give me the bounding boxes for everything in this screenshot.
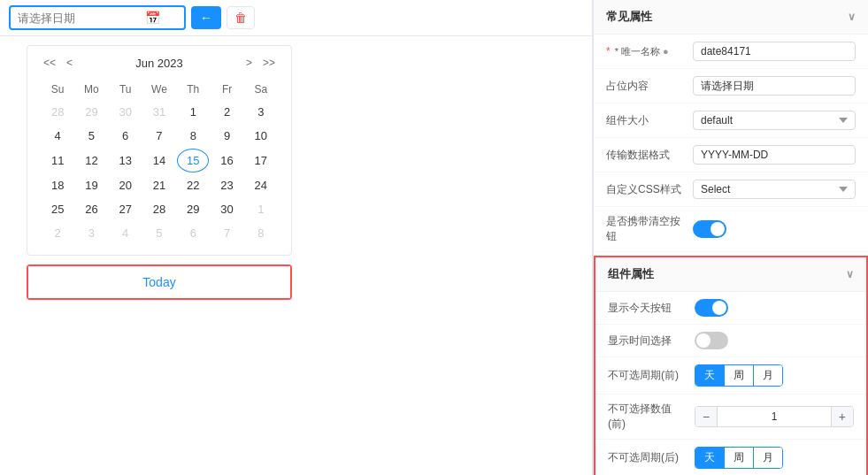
delete-button[interactable]: 🗑 [227,6,255,29]
disable-period-before-row: 不可选周期(前) 天 周 月 [595,357,866,395]
calendar-day[interactable]: 20 [110,174,142,196]
seg-month-after[interactable]: 月 [754,448,782,468]
calendar-body: 2829303112345678910111213141516171819202… [42,101,277,244]
show-today-slider [695,299,728,317]
prev-year-button[interactable]: << [40,55,59,71]
size-select[interactable]: default small large [693,111,856,130]
clear-btn-toggle[interactable] [693,220,726,238]
weekday-header: Mo [75,80,107,99]
calendar-day[interactable]: 22 [177,174,209,196]
component-props-header: 组件属性 ∨ [595,257,866,292]
calendar-container: << < Jun 2023 > >> SuMoTuWeThFrSa 282930… [27,45,292,256]
cal-nav-next: > >> [242,55,279,71]
calendar-week-row: 2345678 [42,222,277,244]
calendar-day[interactable]: 7 [211,222,242,244]
calendar-day[interactable]: 8 [245,222,277,244]
calendar-day[interactable]: 28 [143,198,175,220]
calendar-day[interactable]: 31 [143,101,175,123]
clear-btn-row: 是否携带清空按钮 [594,207,868,252]
calendar-day[interactable]: 13 [110,149,142,172]
today-button[interactable]: Today [28,266,290,298]
common-props-section-header: 常见属性 ∨ [594,0,868,34]
placeholder-input[interactable] [693,76,856,96]
stepper-minus-before[interactable]: − [695,407,718,426]
calendar-day[interactable]: 29 [75,101,107,123]
calendar-day[interactable]: 17 [245,149,277,172]
calendar-day[interactable]: 2 [42,222,73,244]
calendar-day[interactable]: 9 [211,125,242,147]
unique-name-input[interactable] [693,42,856,61]
weekday-header: Fr [211,80,242,99]
seg-week-after[interactable]: 周 [725,448,754,468]
calendar-day[interactable]: 28 [42,101,73,123]
show-time-toggle[interactable] [695,332,728,349]
next-month-button[interactable]: > [242,55,256,71]
calendar-day[interactable]: 5 [75,125,107,147]
seg-day-after[interactable]: 天 [695,448,725,468]
calendar-week-row: 45678910 [42,125,277,147]
calendar-day[interactable]: 23 [211,174,242,196]
calendar-day[interactable]: 6 [177,222,209,244]
calendar-day[interactable]: 4 [110,222,142,244]
calendar-day[interactable]: 6 [110,125,142,147]
calendar-day[interactable]: 29 [177,198,209,220]
date-input[interactable] [18,11,142,25]
prev-month-button[interactable]: < [63,55,76,71]
common-props-chevron: ∨ [848,11,856,23]
calendar-day[interactable]: 2 [211,101,242,123]
clear-btn-slider [693,220,726,238]
css-select[interactable]: Select [693,180,856,199]
stepper-plus-before[interactable]: + [831,407,853,426]
calendar-day[interactable]: 10 [245,125,277,147]
show-today-toggle[interactable] [695,299,728,317]
arrow-back-button[interactable]: ← [191,6,221,29]
disable-value-before-label: 不可选择数值(前) [608,402,687,432]
calendar-day[interactable]: 8 [177,125,209,147]
calendar-day[interactable]: 19 [75,174,107,196]
calendar-day[interactable]: 16 [211,149,242,172]
seg-month-before[interactable]: 月 [754,365,782,386]
calendar-day[interactable]: 1 [245,198,277,220]
calendar-icon: 📅 [145,11,160,25]
weekday-header: Tu [110,80,142,99]
calendar-week-row: 18192021222324 [42,174,277,196]
unique-name-value [693,42,856,61]
calendar-day[interactable]: 11 [42,149,73,172]
seg-day-before[interactable]: 天 [695,365,725,386]
weekday-header: Sa [245,80,277,99]
weekday-header: Su [42,80,73,99]
component-props-chevron: ∨ [846,268,854,280]
calendar-day[interactable]: 4 [42,125,73,147]
disable-value-before-value: 1 [718,410,831,423]
unique-name-label: * * 唯一名称 ● [606,45,686,58]
seg-week-before[interactable]: 周 [725,365,754,386]
calendar-day[interactable]: 14 [143,149,175,172]
show-time-label: 显示时间选择 [608,333,687,349]
calendar-day[interactable]: 21 [143,174,175,196]
next-year-button[interactable]: >> [259,55,279,71]
disable-value-before-stepper: − 1 + [695,406,854,427]
component-props-section: 组件属性 ∨ 显示今天按钮 显示时间选择 [594,256,868,475]
calendar-day[interactable]: 1 [177,101,209,123]
calendar-day[interactable]: 24 [245,174,277,196]
format-input[interactable] [693,145,856,165]
calendar-header: << < Jun 2023 > >> [40,55,279,71]
calendar-day[interactable]: 5 [143,222,175,244]
size-label: 组件大小 [606,113,686,128]
placeholder-row: 占位内容 [594,69,868,103]
date-input-wrapper[interactable]: 📅 [9,5,186,30]
calendar-day[interactable]: 30 [110,101,142,123]
calendar-day[interactable]: 15 [177,149,209,172]
calendar-day[interactable]: 18 [42,174,73,196]
calendar-day[interactable]: 25 [42,198,73,220]
calendar-day[interactable]: 12 [75,149,107,172]
calendar-day[interactable]: 26 [75,198,107,220]
left-panel: 📅 ← 🗑 << < Jun 2023 > >> SuMoTuWeThFrSa … [0,0,593,475]
calendar-day[interactable]: 3 [75,222,107,244]
show-time-slider [695,332,728,349]
calendar-day[interactable]: 3 [245,101,277,123]
component-props-title: 组件属性 [608,266,654,282]
calendar-day[interactable]: 7 [143,125,175,147]
calendar-day[interactable]: 30 [211,198,242,220]
calendar-day[interactable]: 27 [110,198,142,220]
